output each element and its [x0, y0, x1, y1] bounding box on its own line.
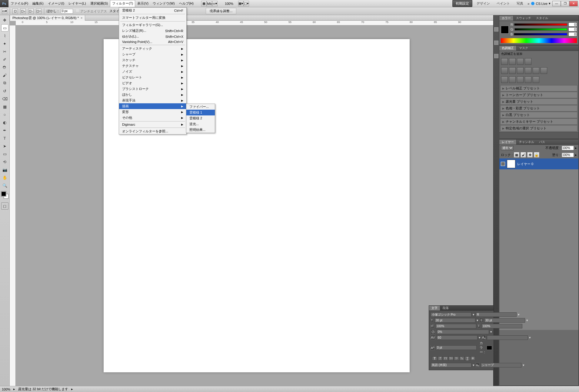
zoom-level[interactable]: 100% — [220, 2, 238, 5]
brush-tool[interactable]: 🖌 — [1, 71, 8, 79]
submenu-item[interactable]: 逆光... — [186, 121, 215, 127]
dock-icon-1[interactable] — [494, 27, 498, 32]
tab-paths[interactable]: パス — [537, 140, 547, 145]
tab-close-icon[interactable]: × — [81, 16, 82, 20]
preset-item[interactable]: ▶レベル補正 プリセット — [500, 85, 577, 91]
menu-row[interactable]: フィルターギャラリー(G)... — [119, 22, 186, 28]
menu-browse-filters[interactable]: オンラインフィルターを参照... — [119, 128, 186, 134]
adj-gradient-map-icon[interactable] — [525, 76, 531, 83]
italic-button[interactable]: T — [438, 356, 443, 360]
tool-preset-picker[interactable]: ▭▾ — [2, 8, 7, 14]
color-swatches[interactable] — [0, 191, 9, 201]
r-slider[interactable] — [514, 23, 567, 26]
tab-paragraph[interactable]: 段落 — [440, 306, 451, 311]
preset-item[interactable]: ▶特定色域の選択 プリセット — [500, 125, 577, 131]
text-color-swatch[interactable] — [487, 346, 492, 350]
adj-bw-icon[interactable] — [525, 67, 531, 74]
submenu-item[interactable]: 照明効果... — [186, 127, 215, 133]
layer-visibility-icon[interactable] — [501, 162, 505, 166]
menu-row[interactable]: ゆがみ(L)...Shift+Ctrl+X — [119, 34, 186, 39]
menu-0[interactable]: ファイル(F) — [8, 0, 30, 7]
hand-tool[interactable]: ✋ — [1, 174, 8, 181]
b-value-input[interactable]: 0 — [568, 32, 577, 36]
canvas-viewport[interactable] — [16, 25, 493, 386]
font-size-input[interactable] — [434, 318, 475, 323]
quick-mask-icon[interactable]: ◻ — [1, 202, 8, 210]
menu-3[interactable]: レイヤー(L) — [66, 0, 88, 7]
menu-convert-smart[interactable]: スマートフィルター用に変換 — [119, 15, 186, 21]
dock-icon-2[interactable] — [494, 41, 498, 45]
blend-mode-select[interactable]: 通常 — [501, 146, 514, 150]
feather-input[interactable] — [61, 9, 73, 14]
menu-last-filter[interactable]: 雲模様 2Ctrl+F — [119, 8, 186, 13]
status-zoom[interactable]: 100% — [2, 387, 10, 391]
pen-tool[interactable]: ✒ — [1, 127, 8, 134]
allcaps-button[interactable]: TT — [443, 356, 448, 360]
lock-pixels-icon[interactable]: 🖌 — [521, 152, 526, 158]
g-slider[interactable] — [514, 28, 567, 31]
adj-hue-icon[interactable] — [509, 67, 516, 74]
menu-cat[interactable]: 変形▶ — [119, 109, 186, 115]
selection-new-icon[interactable]: ◻ — [12, 8, 18, 14]
cs-live-button[interactable]: CS Live ▾ — [531, 2, 551, 5]
menu-2[interactable]: イメージ(I) — [46, 0, 66, 7]
menu-4[interactable]: 選択範囲(S) — [88, 0, 110, 7]
selection-add-icon[interactable]: ◻₊ — [20, 8, 26, 14]
kerning-input[interactable] — [437, 335, 478, 340]
font-family-select[interactable] — [431, 312, 471, 317]
adj-channel-mixer-icon[interactable] — [541, 67, 547, 74]
healing-brush-tool[interactable]: ⛑ — [1, 64, 8, 71]
history-brush-tool[interactable]: ↺ — [1, 87, 8, 95]
clone-stamp-tool[interactable]: ⧉ — [1, 79, 8, 87]
menu-5[interactable]: フィルター(T) — [110, 0, 135, 7]
foreground-color-swatch[interactable] — [1, 191, 6, 196]
move-tool[interactable]: ✥ — [1, 16, 8, 24]
vscale-input[interactable] — [435, 324, 476, 328]
layer-item[interactable]: レイヤー 0 — [499, 158, 578, 169]
type-tool[interactable]: T — [1, 135, 8, 142]
antialias-select[interactable] — [481, 363, 521, 367]
menu-cat[interactable]: アーティスティック▶ — [119, 46, 186, 51]
eraser-tool[interactable]: ⌫ — [1, 95, 8, 102]
adj-threshold-icon[interactable] — [517, 76, 524, 83]
launch-bridge-icon[interactable]: ▦ — [201, 1, 207, 6]
submenu-item[interactable]: ファイバー... — [186, 104, 215, 110]
r-value-input[interactable]: 0 — [568, 22, 577, 27]
g-value-input[interactable]: 0 — [568, 27, 577, 32]
launch-minibridge-icon[interactable]: Mb — [207, 1, 212, 6]
crop-tool[interactable]: ✂ — [1, 48, 8, 55]
adj-color-balance-icon[interactable] — [517, 67, 524, 74]
zoom-tool[interactable]: 🔍 — [1, 182, 8, 189]
preset-item[interactable]: ▶露光量 プリセット — [500, 98, 577, 105]
tracking-input[interactable] — [437, 330, 489, 334]
adj-photo-filter-icon[interactable] — [533, 67, 539, 74]
tab-adjustments[interactable]: 色調補正 — [499, 46, 517, 51]
selection-intersect-icon[interactable]: ◻∩ — [36, 8, 42, 14]
menu-6[interactable]: 表示(V) — [135, 0, 151, 7]
lock-all-icon[interactable]: 🔒 — [534, 152, 539, 158]
opacity-input[interactable] — [562, 146, 574, 150]
bold-button[interactable]: T — [432, 356, 437, 360]
arrange-documents-icon[interactable]: ▦▾ — [238, 1, 244, 6]
workspace-design-button[interactable]: デザイン — [474, 0, 492, 7]
3d-camera-tool[interactable]: 📷 — [1, 166, 8, 173]
menu-1[interactable]: 編集(E) — [30, 0, 46, 7]
adj-selective-color-icon[interactable] — [533, 76, 539, 83]
dock-icon-3[interactable] — [494, 54, 498, 58]
menu-cat[interactable]: ぼかし▶ — [119, 92, 186, 98]
leading-input[interactable] — [484, 318, 525, 323]
adj-vibrance-icon[interactable] — [501, 67, 508, 74]
adj-brightness-icon[interactable] — [501, 58, 508, 65]
preset-item[interactable]: ▶白黒 プリセット — [500, 112, 577, 118]
lasso-tool[interactable]: ⌇ — [1, 32, 8, 39]
tab-color[interactable]: カラー — [499, 16, 514, 21]
gradient-tool[interactable]: ▦ — [1, 103, 8, 110]
tab-character[interactable]: 文字 — [429, 306, 440, 311]
tab-layers[interactable]: レイヤー — [499, 140, 517, 145]
shape-tool[interactable]: ▭ — [1, 150, 8, 158]
lock-position-icon[interactable]: ✥ — [527, 152, 533, 158]
minimize-button[interactable]: — — [552, 1, 561, 6]
menu-row[interactable]: Vanishing Point(V)...Alt+Ctrl+V — [119, 39, 186, 44]
superscript-button[interactable]: T¹ — [454, 356, 459, 360]
foreground-color-large[interactable] — [501, 26, 509, 34]
